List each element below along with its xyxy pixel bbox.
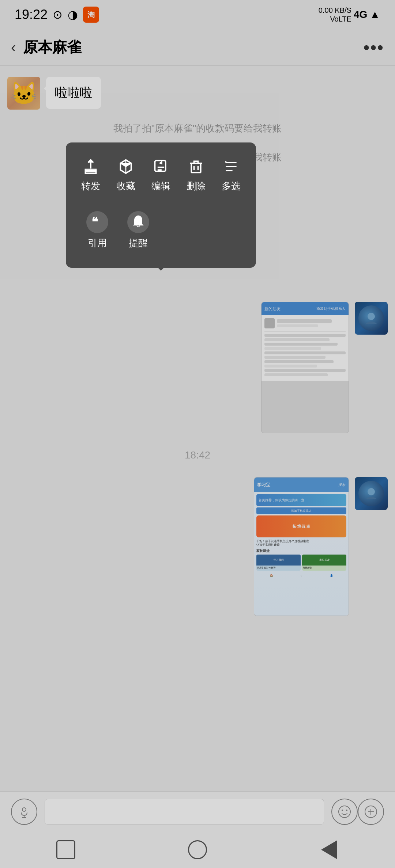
svg-point-6 (368, 488, 375, 495)
menu-remind-label: 提醒 (129, 237, 148, 250)
chat-area: 啦啦啦 我拍了拍"原本麻雀"的收款码要给我转账 我拍了拍"原本麻雀"的收款码要给… (0, 66, 395, 716)
ss-large-header: 学习宝 搜索 (254, 477, 349, 492)
status-left: 19:22 ⊙ ◑ 淘 (15, 7, 99, 23)
signal-bars: ▲ (369, 8, 380, 21)
timestamp-1: 18:42 (7, 442, 388, 468)
multiselect-icon (222, 157, 241, 176)
menu-item-forward[interactable]: 转发 (75, 153, 106, 196)
status-icon-2: ◑ (68, 8, 78, 22)
volte-label: VoLTE (330, 15, 351, 23)
bookmark-icon (116, 157, 135, 176)
menu-row-1: 转发 收藏 (73, 153, 249, 196)
screenshot-image-2[interactable]: 学习宝 搜索 首页推荐，你以为你想的有...查 添加手机联系人 拓·境·沉·迷 (254, 477, 349, 616)
message-row-received: 啦啦啦 (7, 77, 388, 110)
edit-icon (151, 157, 170, 176)
menu-item-collect[interactable]: 收藏 (110, 153, 141, 196)
menu-edit-label: 编辑 (151, 180, 170, 193)
plus-button[interactable] (358, 799, 384, 825)
avatar-blue-inner-1 (358, 305, 384, 331)
context-menu: 转发 收藏 (66, 142, 256, 268)
message-row-screenshot-2: 学习宝 搜索 首页推荐，你以为你想的有...查 添加手机联系人 拓·境·沉·迷 (7, 477, 388, 616)
system-message-1: 我拍了拍"原本麻雀"的收款码要给我转账 (7, 118, 388, 138)
menu-item-edit[interactable]: 编辑 (146, 153, 176, 196)
ss-large-body: 首页推荐，你以为你想的有...查 添加手机联系人 拓·境·沉·迷 干货！孩子沉迷… (254, 492, 349, 616)
nav-circle-icon (188, 840, 207, 859)
menu-item-quote[interactable]: ❝ 引用 (80, 208, 114, 253)
svg-point-7 (22, 808, 26, 811)
menu-delete-label: 删除 (187, 180, 206, 193)
nav-bar (0, 831, 395, 868)
bell-icon (127, 211, 149, 233)
status-bar: 19:22 ⊙ ◑ 淘 0.00 KB/S VoLTE 4G ▲ (0, 0, 395, 29)
share-icon (81, 157, 100, 176)
network-speed: 0.00 KB/S (319, 6, 351, 15)
menu-item-remind[interactable]: 提醒 (121, 208, 155, 253)
menu-item-delete[interactable]: 删除 (181, 153, 211, 196)
bottom-bar (0, 791, 395, 831)
avatar-cat (7, 77, 40, 110)
nav-circle-button[interactable] (183, 839, 212, 861)
emoji-button[interactable] (331, 799, 358, 825)
avatar-blue-inner-2 (358, 481, 384, 506)
signal-4g: 4G (354, 9, 367, 20)
svg-point-10 (346, 810, 347, 811)
status-icon-1: ⊙ (53, 8, 63, 22)
screenshot-image-1[interactable]: 新的朋友 添加到手机联系人 (261, 302, 349, 433)
nav-back-button[interactable] (315, 839, 344, 861)
nav-triangle-icon (321, 840, 337, 859)
svg-text:❝: ❝ (91, 216, 98, 229)
svg-point-9 (342, 810, 343, 811)
avatar-blue-2 (355, 477, 388, 510)
message-input[interactable] (45, 799, 324, 825)
nav-square-button[interactable] (51, 839, 80, 861)
nav-square-icon (56, 840, 75, 859)
status-time: 19:22 (15, 7, 48, 22)
message-row-screenshot-1: 新的朋友 添加到手机联系人 (7, 302, 388, 433)
more-button[interactable]: ••• (364, 37, 384, 57)
menu-item-multiselect[interactable]: 多选 (216, 153, 247, 196)
menu-quote-label: 引用 (88, 237, 107, 250)
svg-rect-3 (191, 163, 201, 173)
svg-point-8 (339, 806, 350, 818)
ss-body-1 (262, 315, 349, 381)
menu-divider (80, 200, 241, 200)
svg-rect-1 (90, 161, 91, 168)
screenshot-container-1[interactable]: 新的朋友 添加到手机联系人 (261, 302, 349, 433)
quote-icon: ❝ (86, 211, 108, 233)
voice-button[interactable] (11, 799, 37, 825)
taobao-icon: 淘 (83, 7, 99, 23)
header: ‹ 原本麻雀 ••• (0, 29, 395, 66)
ss-header-1: 新的朋友 添加到手机联系人 (262, 302, 349, 315)
chat-title: 原本麻雀 (23, 37, 82, 57)
back-button[interactable]: ‹ (11, 39, 16, 56)
message-bubble-received[interactable]: 啦啦啦 (46, 77, 101, 109)
menu-row-2: ❝ 引用 提醒 (73, 208, 249, 253)
bottom-spacer (7, 625, 388, 709)
menu-forward-label: 转发 (81, 180, 100, 193)
message-text: 啦啦啦 (55, 85, 92, 99)
avatar-blue-1 (355, 302, 388, 335)
menu-multiselect-label: 多选 (222, 180, 241, 193)
svg-rect-0 (85, 168, 97, 173)
header-left: ‹ 原本麻雀 (11, 37, 82, 57)
status-right: 0.00 KB/S VoLTE 4G ▲ (319, 6, 380, 23)
menu-collect-label: 收藏 (116, 180, 135, 193)
network-info: 0.00 KB/S VoLTE (319, 6, 351, 23)
delete-icon (187, 157, 206, 176)
svg-point-5 (368, 313, 375, 320)
